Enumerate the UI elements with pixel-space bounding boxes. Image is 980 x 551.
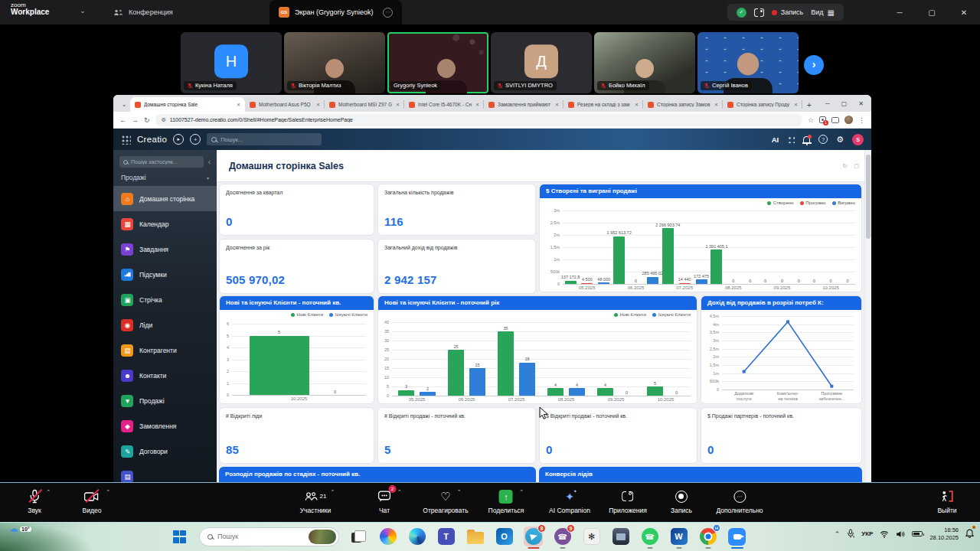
video-tile[interactable]: Grygoriy Synieok (387, 32, 488, 93)
chevron-up-icon[interactable]: ⌃ (397, 489, 402, 495)
bar[interactable] (569, 388, 585, 396)
tray-expand-icon[interactable]: ⌃ (835, 530, 841, 538)
sidebar-item-9[interactable]: ◆Замовлення (113, 413, 217, 439)
bar[interactable] (710, 249, 722, 284)
minimize-button[interactable]: ─ (884, 0, 916, 24)
chevron-up-icon[interactable]: ⌃ (46, 489, 51, 495)
speaker-icon[interactable] (896, 530, 905, 538)
sidebar-item-10[interactable]: ✎Договори (113, 439, 217, 464)
taskbar-search-input[interactable] (217, 533, 304, 540)
browser-tab[interactable]: Motherboard MSI Z97 G✕ (325, 97, 404, 112)
tab-close-icon[interactable]: ✕ (794, 102, 798, 107)
gear-icon[interactable]: ⚙ (836, 135, 844, 144)
scrollbar-thumb[interactable] (866, 155, 871, 239)
sidebar-item-1[interactable]: ▦Календар (113, 211, 217, 236)
view-button[interactable]: Вид ▦ (811, 8, 835, 17)
telegram-button[interactable]: 8 (524, 527, 543, 546)
outlook-button[interactable]: O (495, 527, 514, 546)
reload-icon[interactable]: ↻ (144, 116, 150, 124)
task-view-button[interactable] (349, 527, 368, 546)
user-avatar[interactable]: S (852, 134, 864, 145)
sidebar-item-7[interactable]: ☻Контакти (113, 363, 217, 388)
help-icon[interactable]: ? (818, 135, 828, 144)
tray-clock[interactable]: 16:56 28.10.2025 (929, 527, 959, 542)
tab-close-icon[interactable]: ✕ (237, 102, 240, 107)
weather-widget[interactable]: ☂ 10° (9, 527, 31, 537)
downloads-icon[interactable] (831, 117, 839, 123)
screen-share-tab[interactable]: GS Экран (Grygoriy Synieok) ⋯ (270, 0, 402, 24)
chart-title[interactable]: Нові та існуючі Клієнти - поточний рік (378, 296, 697, 310)
tab-close-icon[interactable]: ✕ (635, 102, 639, 107)
apps-grid-icon[interactable] (787, 135, 795, 143)
chevron-down-icon[interactable]: ⌄ (80, 7, 86, 15)
edge-button[interactable] (407, 527, 426, 546)
chart-title[interactable]: $ Створені та виграні продажі (540, 184, 861, 198)
video-tile[interactable]: ДSVITLYI DMYTRO (491, 32, 592, 93)
taskbar-search[interactable] (199, 527, 339, 546)
chatgpt-button[interactable]: ✻ (582, 527, 601, 546)
browser-tab[interactable]: Intel Core i5-4670K - Сн✕ (404, 97, 484, 112)
chevron-up-icon[interactable]: ⌃ (331, 489, 335, 495)
notifications-icon[interactable] (965, 527, 974, 541)
audio-button[interactable]: ⌃ Звук (28, 488, 41, 514)
expand-icon[interactable]: ▢ (854, 163, 859, 169)
restore-button[interactable]: ▢ (916, 0, 948, 24)
bookmark-star-icon[interactable]: ☆ (808, 116, 814, 124)
bar[interactable] (469, 368, 485, 396)
language-indicator[interactable]: УКР (861, 530, 873, 537)
browser-tab[interactable]: Сторінка запису Проду✕ (723, 97, 802, 112)
wifi-icon[interactable] (880, 530, 889, 538)
react-button[interactable]: ♡⌃ Отреагировать (423, 488, 468, 514)
refresh-icon[interactable]: ↻ (843, 163, 848, 169)
explorer-button[interactable] (466, 527, 485, 546)
tab-close-icon[interactable]: ✕ (316, 102, 320, 107)
sidebar-search-input[interactable] (131, 159, 200, 165)
video-tile[interactable]: НКукіна Наталя (181, 32, 282, 93)
word-button[interactable]: W (669, 527, 688, 546)
tab-close-icon[interactable]: ✕ (555, 102, 559, 107)
whatsapp-button[interactable]: ☎ (640, 527, 659, 546)
viber-button[interactable]: ☎9 (553, 527, 572, 546)
chart-title[interactable]: Конверсія лідів (539, 467, 862, 482)
more-button[interactable]: ⋯ Дополнительно (716, 488, 763, 514)
more-icon[interactable]: ⋯ (383, 8, 393, 18)
sidebar-search[interactable] (119, 156, 204, 168)
browser-tab[interactable]: Замовлення приймают✕ (484, 97, 564, 112)
share-button[interactable]: ↑⌃ Поделиться (488, 488, 524, 514)
copilot-button[interactable] (378, 527, 397, 546)
extensions-icon[interactable]: 1 (819, 116, 826, 123)
legend-item[interactable]: Виграно (832, 201, 855, 205)
address-bar[interactable]: ⚙ (155, 114, 802, 126)
browser-tab[interactable]: Резерв на складі з зам✕ (564, 97, 643, 112)
tray-mic-icon[interactable] (847, 529, 854, 539)
browser-tab[interactable]: Motherboard Asus P5Q✕ (245, 97, 325, 112)
tab-close-icon[interactable]: ✕ (396, 102, 400, 107)
notifications-bell-icon[interactable] (803, 136, 810, 143)
chart-title[interactable]: Нові та існуючі Клієнти - поточний кв. (220, 296, 374, 310)
add-button[interactable]: + (190, 134, 201, 145)
video-tile[interactable]: Вікторія Малтиз (284, 32, 385, 93)
sidebar-item-3[interactable]: ▂▅█Підсумки (113, 262, 217, 287)
app-button[interactable] (611, 527, 630, 546)
bar[interactable] (250, 336, 309, 396)
chevron-up-icon[interactable]: ⌃ (457, 489, 462, 495)
record-button[interactable]: Запись (671, 488, 692, 514)
legend-item[interactable]: Програно (800, 201, 826, 205)
chart-title[interactable]: Дохід від продажів в розрізі потреб К: (701, 296, 861, 310)
video-tile[interactable]: Сергій Іванов (697, 32, 799, 93)
browser-restore-button[interactable]: ▢ (841, 100, 848, 107)
bar[interactable] (647, 277, 658, 284)
browser-menu-icon[interactable]: ⋮ (858, 116, 865, 124)
search-input[interactable] (220, 136, 317, 143)
companion-icon[interactable] (754, 8, 764, 17)
legend-item[interactable]: Існуючі Клієнти (652, 312, 691, 317)
chevron-up-icon[interactable]: ⌃ (106, 489, 110, 495)
start-button[interactable] (170, 527, 189, 546)
chevron-up-icon[interactable]: ⌃ (519, 489, 524, 495)
close-button[interactable]: ✕ (948, 0, 980, 24)
play-button[interactable]: ▸ (173, 134, 184, 145)
back-icon[interactable]: ← (119, 116, 126, 124)
browser-tab[interactable]: Домашня сторінка Sale✕ (130, 97, 245, 112)
tab-close-icon[interactable]: ✕ (714, 102, 718, 107)
new-tab-button[interactable]: + (802, 101, 816, 112)
